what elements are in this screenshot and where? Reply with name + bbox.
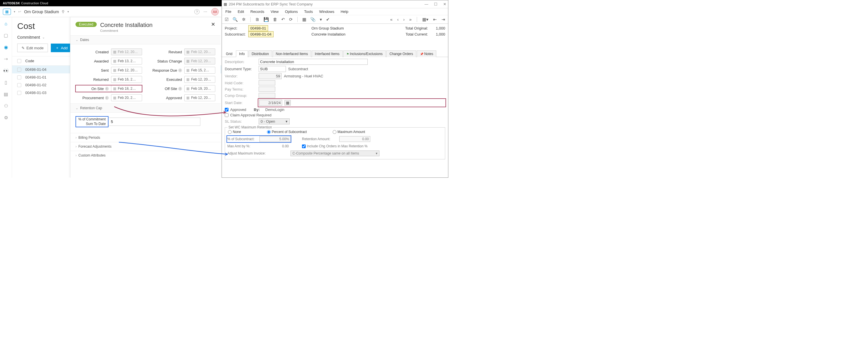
compgroup-input[interactable] [259,93,275,98]
project-name[interactable]: Orn Group Stadium [24,9,59,14]
approved-checkbox[interactable] [225,108,228,111]
tab-info[interactable]: Info [236,50,248,57]
executed-date[interactable]: ▦Feb 12, 20… [184,76,215,83]
menu-view[interactable]: View [271,9,279,14]
row-checkbox[interactable] [17,75,21,79]
description-input[interactable]: Concrete Installation [259,59,368,65]
onsite-date[interactable]: ▦Feb 18, 2… [111,85,142,92]
tab-grid[interactable]: Grid [223,51,236,57]
undo-icon[interactable]: ↶ [281,17,285,22]
include-chg-checkbox[interactable] [302,144,306,148]
table-icon[interactable]: ▦▾ [422,17,429,22]
menu-options[interactable]: Options [285,9,298,14]
first-page-icon[interactable]: « [390,17,392,22]
dates-section-header[interactable]: ⌄Dates [70,35,220,44]
row-checkbox[interactable] [17,83,21,87]
grid-icon[interactable]: ▦ [302,17,306,22]
forecast-adjustments-section[interactable]: ›Forecast Adjustments [70,142,220,151]
prev-icon[interactable]: ‹ [397,17,399,22]
returned-date[interactable]: ▦Feb 16, 2… [111,76,142,83]
tab-distribution[interactable]: Distribution [249,50,272,57]
project-icon[interactable]: ▦ [3,9,11,15]
binoculars-icon[interactable]: 🔍 [232,17,238,22]
holdcode-input[interactable] [259,80,275,85]
menu-edit[interactable]: Edit [238,9,244,14]
new-icon[interactable]: 🗎 [255,17,259,22]
refresh-icon[interactable]: ⟳ [289,17,293,22]
retention-value-input[interactable]: 5 [108,117,200,126]
attachment-icon[interactable]: 📎 [310,17,316,22]
payterms-input[interactable] [259,87,275,92]
info-icon[interactable]: i [105,96,109,100]
menu-records[interactable]: Records [250,9,264,14]
settings-icon[interactable]: ⚙ [4,115,8,121]
adjmax-dropdown[interactable]: C-Composite Percentage same on all Items… [290,150,379,156]
delete-icon[interactable]: 🗑 [273,17,277,22]
tab-notes[interactable]: 📌Notes [417,50,436,57]
retention-section-header[interactable]: ⌄Retention Cap [70,103,220,113]
menu-windows[interactable]: Windows [319,9,334,14]
info-icon[interactable]: i [178,69,182,72]
procurement-date[interactable]: ▦Feb 20, 2… [111,94,142,101]
cost-icon[interactable]: ◉ [4,44,8,50]
approved-date[interactable]: ▦Feb 12, 20… [184,94,215,101]
globe-icon[interactable]: ⚲ [62,9,65,14]
edit-mode-button[interactable]: ✎Edit mode [17,43,48,52]
next-icon[interactable]: › [403,17,405,22]
custom-attributes-section[interactable]: ›Custom Attributes [70,151,220,160]
add-button[interactable]: ＋Add [51,43,72,52]
tab-inclusions[interactable]: ⚑Inclusions/Exclusions [343,50,386,57]
doctype-input[interactable]: SUB [259,66,286,72]
screen-icon[interactable]: ▢ [4,33,8,38]
binoculars-icon[interactable]: 👀 [3,68,9,73]
minimize-icon[interactable]: — [425,2,428,6]
responsedue-date[interactable]: ▦Feb 15, 2… [184,67,215,74]
startdate-input[interactable]: 2/18/24 [259,100,282,106]
members-icon[interactable]: ⚇ [4,103,8,109]
maximize-icon[interactable]: ☐ [434,2,437,6]
export-icon[interactable]: ⇢ [4,56,8,62]
menu-tools[interactable]: Tools [304,9,313,14]
close-icon[interactable]: ✕ [443,2,446,6]
save-icon[interactable]: 💾 [264,17,269,22]
vendor-number-input[interactable]: 59 [259,73,282,79]
pct-subcontract-input[interactable]: 5.00% [259,136,290,142]
menu-help[interactable]: Help [341,9,348,14]
radio-maxamount[interactable]: Maximum Amount [333,130,365,134]
more-icon[interactable]: ⋯ [204,9,207,14]
info-icon[interactable]: i [105,87,109,91]
gear-icon[interactable]: ✲ [242,17,246,22]
billing-periods-section[interactable]: ›Billing Periods [70,133,220,142]
awarded-date[interactable]: ▦Feb 13, 2… [111,58,142,65]
chevron-down-icon[interactable]: ⌄ [42,36,45,39]
clipboard-icon[interactable]: ▤ [4,92,8,97]
row-first-icon[interactable]: ⇤ [433,17,437,22]
last-page-icon[interactable]: » [409,17,412,22]
subnav-tab[interactable]: Commitment [17,35,40,40]
context-caret-icon[interactable]: ▾ [67,10,69,13]
calendar-icon[interactable]: ▦ [284,100,291,105]
tab-interfaced[interactable]: Interfaced Items [312,50,343,57]
row-checkbox[interactable] [17,91,21,95]
retention-amount-input[interactable]: 0.00 [339,136,370,142]
info-icon[interactable]: i [178,87,182,91]
close-icon[interactable]: ✕ [211,22,215,27]
row-last-icon[interactable]: ⇥ [441,17,445,22]
project-caret-icon[interactable]: ▾ [14,10,15,13]
slstatus-dropdown[interactable]: 0 - Open▾ [259,118,290,125]
claim-approval-checkbox[interactable] [225,113,228,117]
tab-changeorders[interactable]: Change Orders [386,50,416,57]
edit-grid-icon[interactable]: ☑ [225,17,228,22]
subcontract-code-input[interactable]: 00498-01-04 [248,31,274,37]
menu-file[interactable]: File [225,9,231,14]
avatar[interactable]: AA [211,8,219,15]
code-column-header[interactable]: Code [25,59,34,63]
tab-noninterfaced[interactable]: Non-Interfaced Items [273,50,311,57]
spellcheck-icon[interactable]: ✔ [326,17,330,22]
file-icon[interactable]: ▯ [5,80,7,85]
help-icon[interactable]: ? [194,9,199,14]
back-icon[interactable]: ↩ [18,9,21,14]
radio-percent[interactable]: Percent of Subcontract [267,130,307,134]
home-icon[interactable]: ⌂ [5,21,7,26]
row-checkbox[interactable] [17,68,21,72]
